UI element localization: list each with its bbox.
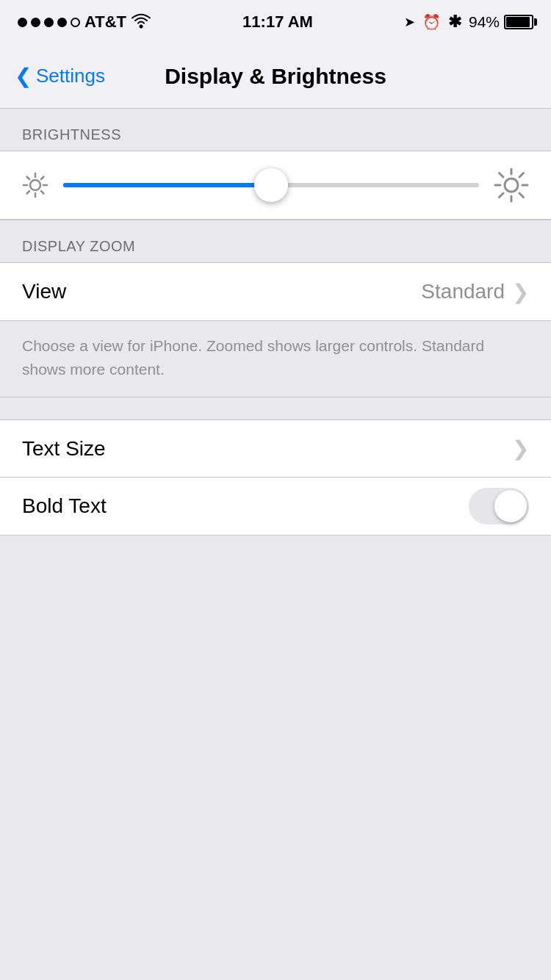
location-icon: ➤ (404, 14, 415, 30)
back-button[interactable]: ❮ Settings (15, 64, 105, 88)
brightness-slider-track[interactable] (63, 183, 479, 187)
view-label: View (22, 280, 66, 303)
brightness-group (0, 151, 551, 220)
text-size-label: Text Size (22, 437, 106, 461)
bold-text-toggle[interactable] (469, 488, 529, 525)
battery-fill (506, 17, 530, 27)
toggle-track (469, 488, 529, 525)
back-chevron-icon: ❮ (15, 64, 32, 88)
brightness-slider-fill (63, 183, 271, 187)
display-zoom-group: View Standard ❯ (0, 262, 551, 321)
display-zoom-description: Choose a view for iPhone. Zoomed shows l… (0, 321, 551, 397)
signal-dot-3 (44, 18, 54, 27)
brightness-slider-row[interactable] (0, 151, 551, 220)
status-right: ➤ ⏰ ✱ 94% (404, 12, 533, 32)
text-size-row[interactable]: Text Size ❯ (0, 420, 551, 478)
brightness-slider-thumb (254, 168, 288, 202)
toggle-thumb (494, 490, 527, 522)
sun-small-icon (22, 172, 48, 198)
view-row[interactable]: View Standard ❯ (0, 263, 551, 320)
status-time: 11:17 AM (242, 12, 313, 32)
battery-icon (504, 15, 533, 29)
view-value: Standard (421, 280, 505, 303)
status-bar: AT&T 11:17 AM ➤ ⏰ ✱ 94% (0, 0, 551, 44)
back-label: Settings (36, 65, 105, 87)
bluetooth-icon: ✱ (448, 12, 461, 32)
signal-dot-2 (31, 18, 40, 27)
svg-line-9 (27, 191, 30, 194)
svg-point-10 (505, 179, 518, 192)
svg-line-7 (41, 191, 44, 194)
svg-line-6 (27, 177, 30, 180)
svg-line-17 (519, 173, 524, 178)
text-settings-group: Text Size ❯ Bold Text (0, 419, 551, 536)
bold-text-row: Bold Text (0, 478, 551, 535)
svg-line-8 (41, 177, 44, 180)
svg-point-1 (30, 180, 40, 190)
sun-large-icon (494, 167, 529, 203)
text-size-chevron-icon: ❯ (512, 436, 529, 461)
signal-dot-5 (71, 18, 80, 27)
svg-line-16 (519, 193, 524, 198)
brightness-section-header: BRIGHTNESS (0, 109, 551, 151)
svg-line-18 (500, 193, 504, 198)
svg-line-15 (500, 173, 504, 178)
alarm-icon: ⏰ (422, 13, 441, 31)
svg-point-0 (140, 24, 143, 28)
text-size-right: ❯ (512, 436, 529, 461)
battery-percentage: 94% (469, 13, 500, 31)
signal-dot-4 (57, 18, 67, 27)
nav-bar: ❮ Settings Display & Brightness (0, 44, 551, 109)
display-zoom-section-header: DISPLAY ZOOM (0, 220, 551, 262)
carrier-text: AT&T (84, 12, 126, 32)
view-chevron-icon: ❯ (512, 280, 529, 304)
bottom-area (0, 536, 551, 903)
bold-text-label: Bold Text (22, 494, 107, 518)
view-right: Standard ❯ (421, 280, 529, 304)
gap-section (0, 397, 551, 419)
signal-dot-1 (18, 18, 27, 27)
status-left: AT&T (18, 12, 151, 32)
battery-container: 94% (469, 13, 533, 31)
wifi-icon (131, 12, 151, 32)
signal-dots (18, 18, 80, 27)
page-title: Display & Brightness (165, 64, 386, 89)
